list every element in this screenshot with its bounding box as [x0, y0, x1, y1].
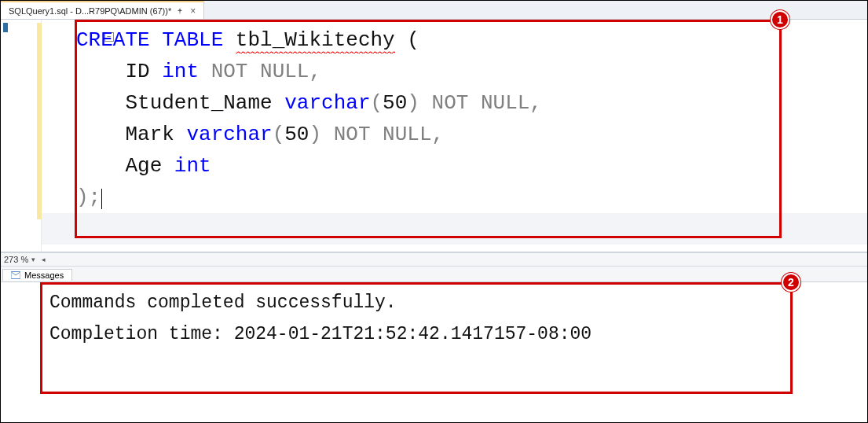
sql-editor: − CREATE TABLE tbl_Wikitechy ( ID int NO… — [1, 20, 867, 252]
document-tab[interactable]: SQLQuery1.sql - D...R79PQ\ADMIN (67))* × — [1, 1, 204, 19]
close-icon[interactable]: × — [189, 6, 197, 16]
execution-indicator-icon — [3, 23, 8, 32]
messages-icon — [11, 271, 20, 279]
scroll-left-icon[interactable]: ◂ — [38, 255, 48, 264]
current-line-highlight — [42, 213, 867, 245]
text-caret — [101, 189, 102, 209]
messages-line-1: Commands completed successfully. — [49, 287, 867, 318]
messages-line-3: Completion time: 2024-01-21T21:52:42.141… — [49, 318, 867, 350]
results-tab-row: Messages — [1, 267, 867, 282]
messages-tab-label: Messages — [24, 270, 64, 280]
messages-pane[interactable]: Commands completed successfully. Complet… — [1, 282, 867, 422]
annotation-badge-2: 2 — [782, 273, 800, 292]
messages-tab[interactable]: Messages — [2, 269, 72, 281]
zoom-level[interactable]: 273 % — [4, 255, 28, 264]
editor-gutter — [1, 20, 42, 252]
code-area[interactable]: − CREATE TABLE tbl_Wikitechy ( ID int NO… — [42, 20, 867, 252]
document-tab-bar: SQLQuery1.sql - D...R79PQ\ADMIN (67))* × — [1, 1, 867, 20]
document-tab-title: SQLQuery1.sql - D...R79PQ\ADMIN (67))* — [9, 6, 171, 16]
zoom-dropdown-icon[interactable]: ▾ — [31, 256, 35, 263]
zoom-bar: 273 % ▾ ◂ — [1, 252, 867, 267]
pin-icon — [176, 7, 184, 15]
code-text: CREATE TABLE tbl_Wikitechy ( ID int NOT … — [76, 24, 542, 213]
annotation-badge-1: 1 — [771, 10, 789, 29]
